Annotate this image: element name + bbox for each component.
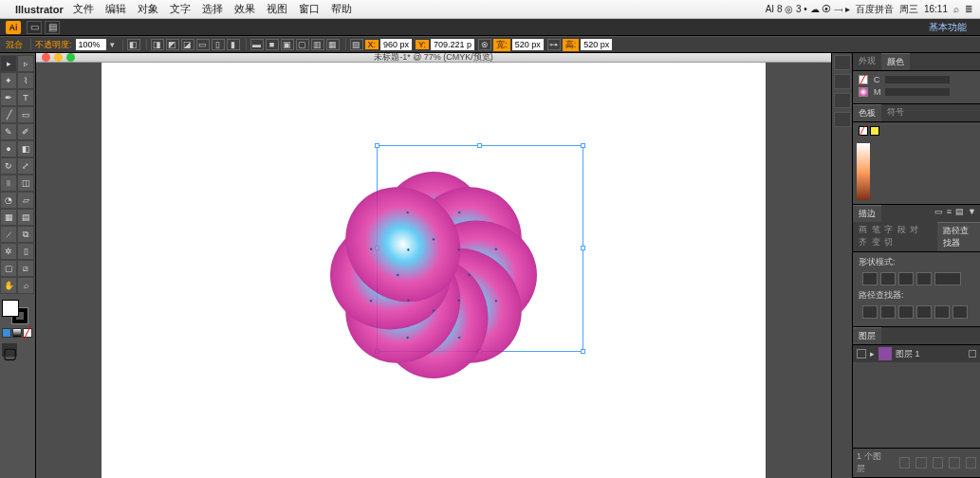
zoom-tool[interactable]: ⌕ xyxy=(17,277,34,294)
dock-color-icon[interactable] xyxy=(834,55,851,70)
free-transform-tool[interactable]: ◫ xyxy=(17,175,34,192)
align-hcenter-icon[interactable]: ◩ xyxy=(166,39,179,50)
layer-name[interactable]: 图层 1 xyxy=(896,348,920,360)
align-top-icon[interactable]: ▭ xyxy=(196,39,210,50)
gradient-tool[interactable]: ▤ xyxy=(17,209,34,226)
shape-expand[interactable] xyxy=(934,272,961,285)
none-icon[interactable]: ╱ xyxy=(859,75,868,84)
layer-visibility-toggle[interactable] xyxy=(857,349,866,358)
menu-type[interactable]: 文字 xyxy=(170,2,191,16)
make-clip-icon[interactable] xyxy=(915,457,926,469)
distrib-6-icon[interactable]: ▦ xyxy=(326,39,340,50)
line-tool[interactable]: ╱ xyxy=(0,106,17,123)
shape-unite[interactable] xyxy=(862,272,878,285)
pf-minusback[interactable] xyxy=(952,305,968,319)
hand-tool[interactable]: ✋ xyxy=(0,277,17,294)
locate-layer-icon[interactable] xyxy=(899,457,910,469)
layer-target-icon[interactable] xyxy=(969,350,976,358)
rotate-tool[interactable]: ↻ xyxy=(0,157,17,175)
align-bottom-icon[interactable]: ▮ xyxy=(227,39,240,50)
menu-window[interactable]: 窗口 xyxy=(299,2,320,16)
search-icon[interactable]: ⌕ xyxy=(953,4,959,14)
dock-brushes-icon[interactable] xyxy=(834,93,851,108)
brush-tool[interactable]: ✎ xyxy=(0,123,17,140)
pf-divide[interactable] xyxy=(862,305,878,319)
new-layer-icon[interactable] xyxy=(949,457,959,469)
pf-outline[interactable] xyxy=(934,305,950,319)
eyedropper-tool[interactable]: ⟋ xyxy=(0,226,17,243)
shape-intersect[interactable] xyxy=(898,272,914,285)
eraser-tool[interactable]: ◧ xyxy=(17,140,34,157)
distrib-4-icon[interactable]: ▢ xyxy=(296,39,309,50)
gradient-preview[interactable] xyxy=(857,143,870,200)
distrib-1-icon[interactable]: ▬ xyxy=(250,39,264,50)
close-window-button[interactable] xyxy=(42,53,50,62)
zoom-window-button[interactable] xyxy=(66,53,75,62)
align-right-icon[interactable]: ◪ xyxy=(181,39,194,50)
shape-minus[interactable] xyxy=(880,272,896,285)
artboard[interactable] xyxy=(102,63,766,478)
shape-builder-tool[interactable]: ◔ xyxy=(0,192,17,209)
mesh-tool[interactable]: ▦ xyxy=(0,209,17,226)
canvas-area[interactable] xyxy=(36,63,831,478)
align-vcenter-icon[interactable]: ▯ xyxy=(212,39,225,50)
list-icon[interactable]: ≣ xyxy=(965,4,972,14)
color-mode-none[interactable]: ╱ xyxy=(23,328,32,338)
direct-select-tool[interactable]: ▹ xyxy=(17,55,34,72)
ime-indicator[interactable]: 百度拼音 xyxy=(856,3,894,16)
rect-tool[interactable]: ▭ xyxy=(17,106,34,123)
minimize-window-button[interactable] xyxy=(54,53,63,62)
graph-tool[interactable]: ▯ xyxy=(17,243,34,260)
stroke-icon-4[interactable]: ▼ xyxy=(968,207,976,220)
x-field[interactable]: 960 px xyxy=(380,39,412,50)
h-field[interactable]: 520 px xyxy=(581,39,612,50)
pf-crop[interactable] xyxy=(916,305,932,319)
transform-icon[interactable]: ▧ xyxy=(350,39,363,50)
dock-swatches-icon[interactable] xyxy=(834,74,851,89)
flower-artwork[interactable] xyxy=(330,172,537,378)
layer-row[interactable]: ▸ 图层 1 xyxy=(853,345,980,362)
tab-color[interactable]: 颜色 xyxy=(881,53,910,70)
tab-pathfinder[interactable]: 路径查找器 xyxy=(937,222,980,251)
menu-help[interactable]: 帮助 xyxy=(331,2,352,16)
menu-object[interactable]: 对象 xyxy=(138,2,158,16)
distrib-2-icon[interactable]: ■ xyxy=(266,39,279,50)
symbol-spray-tool[interactable]: ✲ xyxy=(0,243,17,260)
dock-symbols-icon[interactable] xyxy=(834,112,851,127)
menu-effect[interactable]: 效果 xyxy=(234,2,255,16)
opacity-field[interactable]: 100% xyxy=(76,39,106,50)
bridge-button[interactable]: ▭ xyxy=(27,21,42,34)
blob-brush-tool[interactable]: ● xyxy=(0,140,17,157)
magic-wand-tool[interactable]: ✦ xyxy=(0,72,17,89)
width-tool[interactable]: ⫴ xyxy=(0,175,17,192)
color-mode-solid[interactable] xyxy=(2,328,11,338)
align-icon[interactable]: ◧ xyxy=(127,39,140,50)
menu-edit[interactable]: 编辑 xyxy=(105,2,126,16)
artboard-tool[interactable]: ▢ xyxy=(0,260,17,277)
distrib-3-icon[interactable]: ▣ xyxy=(281,39,294,50)
fill-color-swatch[interactable] xyxy=(2,300,19,317)
new-sublayer-icon[interactable] xyxy=(933,457,943,469)
w-field[interactable]: 520 px xyxy=(512,39,544,50)
stroke-icon-2[interactable]: ≡ xyxy=(947,207,952,220)
arrange-docs-button[interactable]: ▤ xyxy=(45,21,60,34)
scale-tool[interactable]: ⤢ xyxy=(17,157,34,175)
app-name[interactable]: Illustrator xyxy=(15,4,64,15)
tab-swatches[interactable]: 色板 xyxy=(853,104,881,121)
tab-layers[interactable]: 图层 xyxy=(853,327,881,344)
workspace-switcher[interactable]: 基本功能 xyxy=(929,21,967,34)
stroke-icon-3[interactable]: ▤ xyxy=(955,207,964,220)
align-left-icon[interactable]: ◨ xyxy=(151,39,164,50)
tab-stroke[interactable]: 描边 xyxy=(853,205,881,222)
pencil-tool[interactable]: ✐ xyxy=(17,123,34,140)
menu-view[interactable]: 视图 xyxy=(267,2,287,16)
link-wh-icon[interactable]: ⊗ xyxy=(478,39,491,50)
perspective-tool[interactable]: ▱ xyxy=(17,192,34,209)
pathfinder-mini-tabs[interactable]: 画 笔 字 段 对 齐 变 切 xyxy=(853,222,937,251)
delete-layer-icon[interactable] xyxy=(966,457,976,469)
pf-merge[interactable] xyxy=(898,305,914,319)
color-mode-gradient[interactable] xyxy=(12,328,22,338)
lasso-tool[interactable]: ⌇ xyxy=(17,72,34,89)
blend-tool[interactable]: ⧉ xyxy=(17,226,34,243)
screen-mode-button[interactable]: ▢ xyxy=(2,343,17,357)
